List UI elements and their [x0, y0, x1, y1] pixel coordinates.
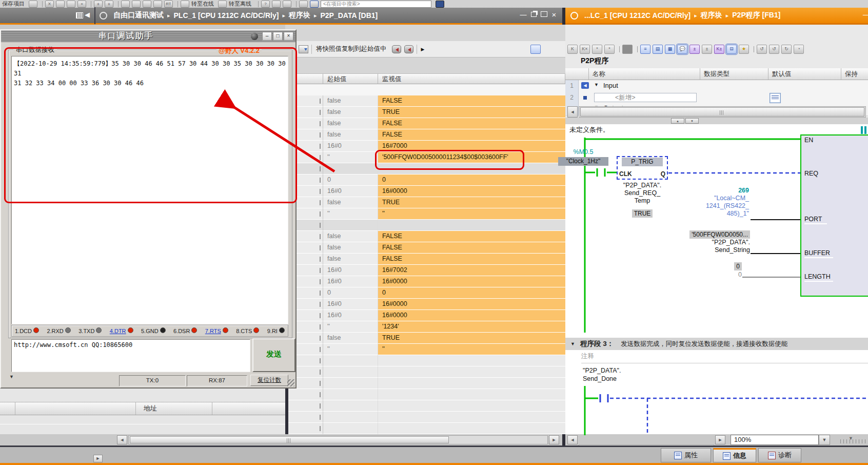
resize-grip[interactable] [287, 379, 294, 386]
upload-icon[interactable] [143, 1, 151, 8]
send-input[interactable]: http://www.cmsoft.cn QQ:10865600 [11, 339, 250, 372]
start-value-cell[interactable] [323, 220, 378, 231]
start-value-cell[interactable] [323, 412, 378, 423]
serial-titlebar[interactable]: 串口调试助手 – □ × [1, 30, 295, 42]
reset-count-button[interactable]: 复位计数 [250, 375, 288, 386]
update-call-icon[interactable]: ↻ [781, 45, 792, 54]
contact-address[interactable]: %M0.5 [558, 148, 608, 156]
serial-close-button[interactable]: × [284, 32, 293, 41]
start-value-cell[interactable]: 16#0 [323, 299, 378, 310]
start-value-cell[interactable]: false [323, 197, 378, 208]
paste-icon[interactable] [67, 1, 75, 8]
col-datatype[interactable]: 数据类型 [700, 68, 768, 80]
breadcrumb-item[interactable]: ...LC_1 [CPU 1212C AC/DC/Rly] [584, 11, 691, 20]
simulation-icon[interactable] [272, 1, 281, 8]
port-operand[interactable]: 269 "Local~CM_ 1241_(RS422_ 485)_1" [682, 187, 749, 218]
zoom-slider[interactable]: ▼ [840, 439, 868, 443]
contact-name-chip[interactable]: "Clock_1Hz" [558, 157, 608, 166]
scroll-right-button[interactable]: ► [549, 435, 559, 444]
print-icon[interactable] [29, 1, 37, 8]
scroll-left-button[interactable]: ◄ [117, 435, 127, 444]
col-default[interactable]: 默认值 [768, 68, 841, 80]
start-value-cell[interactable]: false [323, 95, 378, 107]
table-row-new[interactable]: 2 <新增> [565, 92, 868, 104]
start-value-cell[interactable]: false [323, 254, 378, 265]
start-value-cell[interactable]: '' [323, 344, 378, 355]
breadcrumb-item[interactable]: PLC_1 [CPU 1212C AC/DC/Rly] [174, 11, 279, 20]
row-handle[interactable] [285, 423, 323, 434]
compile-icon[interactable] [121, 1, 130, 8]
breadcrumb-item[interactable]: 自由口通讯测试 [113, 11, 164, 20]
close-button[interactable]: × [549, 11, 559, 20]
start-value-cell[interactable]: '' [323, 152, 378, 163]
favorites-icon[interactable]: ★ [739, 45, 749, 54]
splitter-up-button[interactable]: ▲ [671, 118, 684, 124]
breadcrumb-item[interactable]: P2P_DATA [DB1] [320, 11, 378, 20]
row-handle[interactable] [285, 400, 323, 412]
start-value-cell[interactable] [323, 355, 378, 366]
maximize-button[interactable] [539, 11, 549, 20]
pin-icon[interactable] [100, 12, 107, 20]
copy-icon[interactable] [56, 1, 65, 8]
go-online-button[interactable]: 转至在线 [191, 0, 214, 8]
insert-row-icon[interactable]: * [592, 45, 602, 54]
start-value-cell[interactable] [323, 163, 378, 175]
start-value-cell[interactable] [323, 423, 378, 434]
copy-snapshot-button[interactable]: 将快照值复制到起始值中 [316, 45, 387, 53]
scroll-right-button[interactable]: ► [93, 455, 103, 462]
undo-icon[interactable]: ± [94, 1, 103, 8]
start-cpu-icon[interactable] [153, 1, 162, 8]
save-project-button[interactable]: 保存项目 [2, 0, 25, 8]
binoculars-icon[interactable] [436, 1, 444, 8]
expanded-mode-icon[interactable]: ⊟ [726, 45, 737, 54]
splitter[interactable]: ▲ ▼ [565, 118, 868, 125]
pin-icon[interactable] [570, 12, 578, 20]
tab-diagnostics[interactable]: 诊断 [758, 448, 801, 462]
start-value-cell[interactable]: false [323, 242, 378, 254]
buffer-operand[interactable]: '500FFQW0D0050... "P2P_DATA". Send_Strin… [675, 230, 750, 254]
restore-button[interactable] [528, 11, 539, 20]
start-value-cell[interactable]: false [323, 118, 378, 129]
branch-icon[interactable]: K± [714, 45, 724, 54]
cut-icon[interactable]: X [45, 1, 54, 8]
start-value-cell[interactable]: 0 [323, 175, 378, 186]
redo-icon[interactable]: ± [105, 1, 113, 8]
insert-network-icon[interactable]: K [567, 45, 578, 54]
collapse-left-icon[interactable]: ◀ [83, 11, 91, 20]
breadcrumb-item[interactable]: P2P程序 [FB1] [732, 11, 780, 20]
start-value-cell[interactable]: 16#0 [323, 265, 378, 276]
receive-textarea[interactable]: 【2022-10-29 14:35:59:779】35 30 30 46 46 … [11, 56, 288, 324]
start-value-cell[interactable]: 16#0 [323, 186, 378, 197]
coil-icon[interactable]: ± [702, 45, 712, 54]
clk-operand[interactable]: "P2P_DATA". Send_REQ_ Temp TRUE [610, 182, 674, 218]
start-value-cell[interactable]: false [323, 333, 378, 344]
splitter-down-button[interactable]: ▼ [685, 118, 699, 124]
start-value-cell[interactable]: false [323, 107, 378, 118]
breadcrumb-item[interactable]: 程序块 [289, 11, 310, 20]
scroll-left-button[interactable]: ◄ [567, 435, 578, 444]
delete-network-icon[interactable]: K× [580, 45, 590, 54]
send-done-operand[interactable]: "P2P_DATA". Send_Done [583, 366, 621, 383]
start-value-cell[interactable]: 16#0 [323, 276, 378, 287]
expander-icon[interactable]: ▼ [594, 82, 599, 87]
expand-more-icon[interactable]: ▼ [9, 374, 14, 379]
network-list-icon[interactable]: ≡ [640, 45, 650, 54]
window-split-h-icon[interactable] [299, 1, 308, 8]
copy-start-values-icon[interactable] [392, 45, 401, 53]
breadcrumb-item[interactable]: 程序块 [701, 11, 722, 20]
start-value-cell[interactable]: 16#0 [323, 141, 378, 152]
comments-icon[interactable]: 💬 [677, 45, 687, 54]
start-value-cell[interactable]: false [323, 129, 378, 141]
column-header-monitor[interactable]: 监视值 [378, 73, 565, 84]
stop-sim-icon[interactable] [283, 1, 291, 8]
signal-indicator[interactable]: 4.DTR [110, 327, 133, 335]
split-editor-icon[interactable] [530, 45, 541, 54]
interface-h-scrollbar[interactable] [579, 106, 866, 118]
snapshot-icon[interactable] [299, 45, 308, 53]
add-new-field[interactable]: <新增> [594, 93, 697, 102]
start-value-cell[interactable] [323, 400, 378, 412]
signal-indicator[interactable]: 7.RTS [205, 327, 228, 335]
scroll-left-button[interactable]: ◄ [567, 106, 578, 118]
monitor-onoff-icon[interactable]: ◔ [794, 45, 804, 54]
scroll-right-button[interactable]: ► [715, 435, 725, 444]
